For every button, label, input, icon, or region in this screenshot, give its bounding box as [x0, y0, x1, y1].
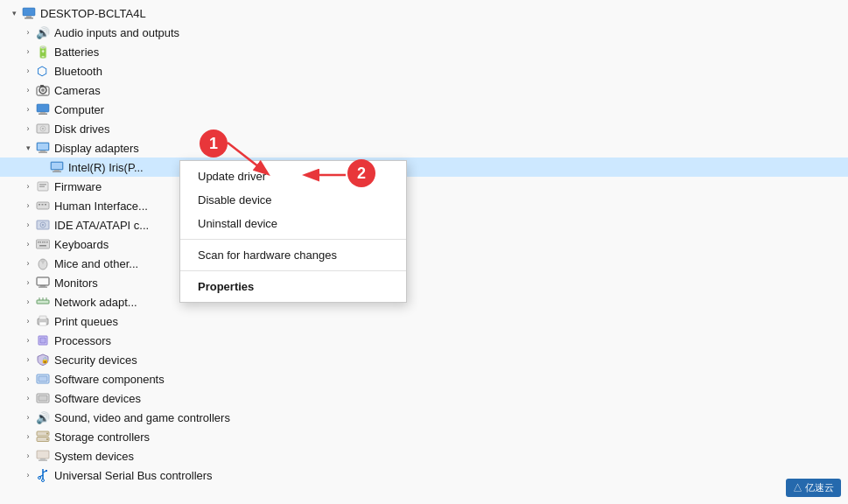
- watermark-text: △ 亿速云: [793, 482, 834, 493]
- step-badge-2: 2: [347, 159, 375, 187]
- device-manager: ▾ DESKTOP-BCLTA4L › Audio inputs and out…: [0, 0, 848, 504]
- step-badge-1: 1: [200, 130, 228, 158]
- arrow-2: [0, 0, 848, 504]
- watermark: △ 亿速云: [786, 479, 841, 497]
